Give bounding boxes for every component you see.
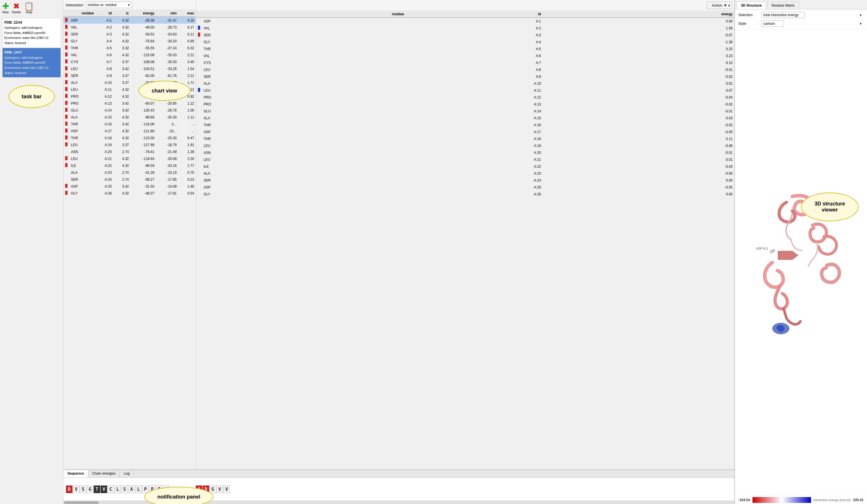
sequence-item[interactable]: A [128,485,135,493]
right-table-row[interactable]: SER A:9 -0.02 [196,73,734,80]
left-table-row[interactable]: CYS A:7 3.37 -108.08 -35.03 3.40 [63,58,196,65]
style-select[interactable]: cartoonball+sticksurface [761,21,784,27]
left-table-row[interactable]: LEU A:21 4.32 -118.84 -20.08 2.20 [63,155,196,162]
tab-sequence[interactable]: Sequence [63,470,88,478]
left-table-row[interactable]: GLU A:14 3.42 -125.43 -28.78 1.00 [63,107,196,114]
right-table-row[interactable]: THR A:16 -0.02 [196,122,734,129]
left-table-row[interactable]: ALA A:23 2.74 -41.28 -10.19 0.75 [63,169,196,176]
delete-button[interactable]: ✖ Delete [12,2,21,14]
sequence-item[interactable]: S [79,485,86,493]
right-table-row[interactable]: SER A:3 -5.07 [196,32,734,39]
sequence-item[interactable]: T [94,485,100,493]
col-energy[interactable]: energy [131,10,156,17]
tab-chain-energies[interactable]: Chain energies [88,470,120,478]
left-table-row[interactable]: ASP A:1 4.32 -28.38 -31.47 4.16 [63,17,196,24]
left-table-row[interactable]: VAL A:2 4.32 -48.50 -28.73 6.17 [63,24,196,31]
left-table-row[interactable]: PRO A:12 4.32 -75.45 -28.78 0.92 [63,93,196,100]
right-table-row[interactable]: PRO A:12 -0.04 [196,94,734,101]
left-table-row[interactable]: THR A:18 4.32 -123.00 -20.30 6.47 [63,134,196,142]
left-table-row[interactable]: ILE A:22 4.32 -99.59 -20.16 1.77 [63,162,196,169]
right-table-row[interactable]: ASP A:1 0.00 [196,18,734,25]
col-id2[interactable]: id [406,11,543,18]
action-button[interactable]: Action ▼ [707,2,732,9]
sequence-item[interactable]: L [114,485,121,493]
right-table-row[interactable]: GLU A:14 -0.01 [196,108,734,115]
sequence-item[interactable]: G [86,485,94,493]
right-table-row[interactable]: PRO A:13 -0.02 [196,101,734,108]
sequence-item[interactable]: D [66,485,73,493]
interaction-select-wrapper[interactable]: residue vs. residueresidue vs. chainchai… [86,2,132,8]
sequence-item[interactable]: A [163,485,170,493]
style-select-wrapper[interactable]: cartoonball+sticksurface [761,21,864,27]
left-table-row[interactable]: THR A:5 3.32 -55.55 -37.24 6.32 [63,45,196,52]
col-ic[interactable]: ic [113,10,130,17]
left-table-row[interactable]: PRO A:13 3.42 -60.07 -20.85 1.12 [63,100,196,107]
right-table-row[interactable]: THR A:5 0.32 [196,45,734,53]
col-id[interactable]: id [96,10,114,17]
help-button[interactable]: 📋 Help [24,2,34,14]
right-table-row[interactable]: GLY A:26 0.00 [196,191,734,198]
sequence-item[interactable]: D [203,485,210,493]
col-max[interactable]: max [178,10,196,17]
tab-residue-matrix[interactable]: Residue Matrix [767,2,799,9]
right-table-row[interactable]: LEU A:8 -0.01 [196,66,734,73]
selection-select-wrapper[interactable]: total interaction energyelectrostaticvan… [761,12,864,18]
sequence-item[interactable]: E [156,485,163,493]
left-table-row[interactable]: GLY A:4 4.32 -75.64 -30.20 0.65 [63,38,196,45]
pdb-card-pdb1[interactable]: PDB: 2ZA4 Hydrogens: add hydrogens Force… [2,18,61,48]
left-table-scroll[interactable]: residue id ic energy min max ASP A:1 4.3… [63,10,196,469]
left-table-row[interactable]: LEU A:11 4.32 -52.04 -18.30 5.12 [63,86,196,93]
right-table-row[interactable]: ASP A:25 -0.05 [196,184,734,191]
new-button[interactable]: ✚ New [2,2,9,14]
right-table-row[interactable]: ALA A:10 0.01 [196,80,734,87]
tab-3d-structure[interactable]: 3D Structure [737,2,766,9]
selection-select[interactable]: total interaction energyelectrostaticvan… [761,12,805,18]
sequence-item[interactable]: S [121,485,128,493]
interaction-select[interactable]: residue vs. residueresidue vs. chainchai… [86,2,132,8]
left-table-row[interactable]: ASP A:17 4.32 -111.80 -22... ... [63,128,196,134]
right-table-row[interactable]: ALA A:23 -0.00 [196,170,734,177]
sequence-item[interactable]: V [100,485,107,493]
left-table-row[interactable]: VAL A:6 4.32 -115.08 -35.03 2.21 [63,52,196,58]
left-table-row[interactable]: ALA A:10 3.37 -37.88 -28.67 1.71 [63,79,196,86]
right-table-row[interactable]: VAL A:6 0.23 [196,53,734,59]
action-select-wrapper[interactable]: Action ▼ [707,2,732,9]
sequence-item[interactable]: Q [195,485,203,493]
sequence-item[interactable]: P [149,485,156,493]
right-table-row[interactable]: ASP A:17 -0.05 [196,129,734,135]
left-table-row[interactable]: ASP A:25 3.42 -31.50 -14.09 1.40 [63,183,196,190]
right-table-row[interactable]: LEU A:19 -0.06 [196,142,734,149]
col-residue2[interactable]: residue [202,11,406,18]
right-table-scroll[interactable]: residue id energy ASP A:1 0.00 VAL A:2 1… [196,11,734,469]
left-table-row[interactable]: SER A:3 4.32 -59.52 -24.63 0.11 [63,31,196,38]
sequence-item[interactable]: L [135,485,142,493]
col-residue[interactable]: residue [69,10,96,17]
left-table-row[interactable]: GLY A:26 4.32 -48.37 -17.81 0.54 [63,190,196,197]
horizontal-scrollbar[interactable] [63,501,734,504]
right-table-row[interactable]: THR A:18 0.11 [196,135,734,142]
right-table-row[interactable]: SER A:24 0.00 [196,177,734,184]
right-table-row[interactable]: ALA A:15 0.03 [196,115,734,122]
scrollbar-thumb[interactable] [64,501,99,504]
left-table-row[interactable]: LEU A:8 3.42 -104.51 -33.26 1.54 [63,65,196,72]
right-table-row[interactable]: VAL A:2 1.58 [196,25,734,32]
sequence-item[interactable]: V [216,485,223,493]
left-table-row[interactable]: SER A:9 3.37 -82.05 -61.76 2.21 [63,72,196,79]
right-table-row[interactable]: GLY A:4 -1.36 [196,39,734,45]
sequence-item[interactable]: C [107,485,114,493]
pdb-card-pdb2[interactable]: PDB: 1AY7 Hydrogens: add hydrogens Force… [2,48,61,78]
sequence-item[interactable]: V [73,485,79,493]
left-table-row[interactable]: LEU A:19 3.37 -117.99 -18.79 1.91 [63,142,196,149]
sequence-item[interactable]: V [223,485,230,493]
left-table-row[interactable]: SER A:24 2.74 -58.27 -17.85 0.23 [63,176,196,183]
col-energy2[interactable]: energy [543,11,734,18]
tab-log[interactable]: Log [120,470,134,478]
right-table-row[interactable]: CYS A:7 0.10 [196,59,734,66]
left-table-row[interactable]: ASN A:20 2.74 -78.41 -21.49 1.39 [63,149,196,155]
right-table-row[interactable]: LEU A:11 0.07 [196,87,734,94]
col-min[interactable]: min [156,10,178,17]
right-table-row[interactable]: ILE A:22 -0.03 [196,163,734,170]
right-table-row[interactable]: LEU A:21 0.01 [196,156,734,163]
left-table-row[interactable]: ALA A:15 4.32 -98.68 -20.30 1.11 [63,114,196,121]
sequence-item[interactable]: P [142,485,149,493]
